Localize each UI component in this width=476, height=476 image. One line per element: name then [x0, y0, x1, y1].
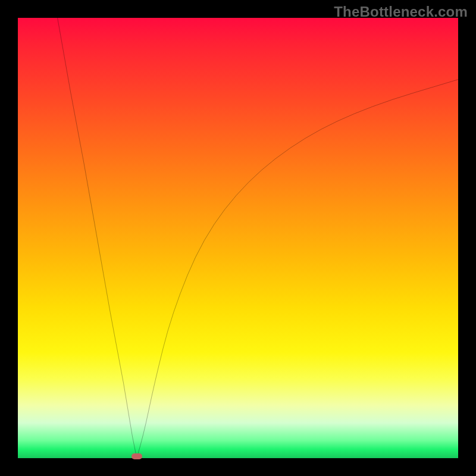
watermark-text: TheBottleneck.com — [334, 4, 468, 20]
chart-frame: TheBottleneck.com — [0, 0, 476, 476]
bottleneck-curve — [18, 18, 458, 458]
bottleneck-minimum-marker — [131, 453, 142, 459]
curve-path — [58, 18, 458, 458]
